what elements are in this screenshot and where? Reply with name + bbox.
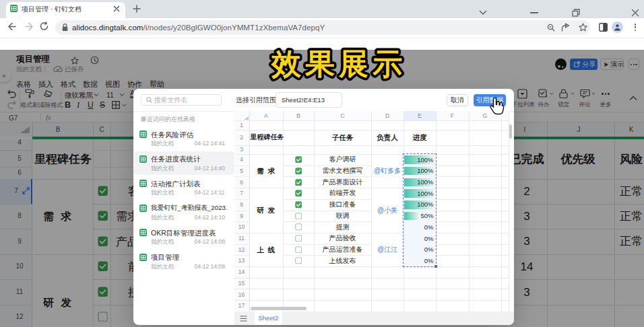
svg-text:效果展示: 效果展示 [271, 47, 406, 80]
